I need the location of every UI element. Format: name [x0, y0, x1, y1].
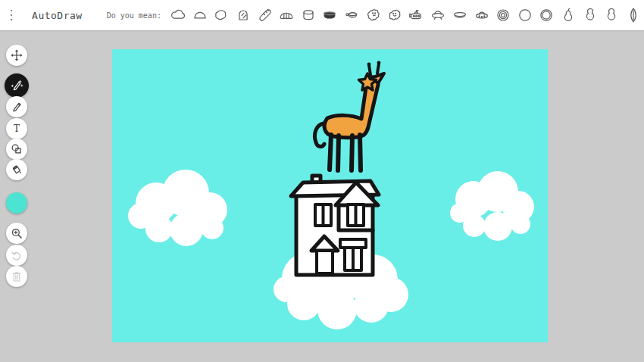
- topbar: AutoDraw Do you mean:: [0, 0, 644, 30]
- text-icon: T: [10, 122, 23, 136]
- baguette-icon: [256, 6, 274, 24]
- tool-fill[interactable]: [6, 159, 27, 180]
- cloud-icon: [169, 6, 187, 24]
- workspace: T: [0, 30, 644, 362]
- bread-roll-icon: [277, 6, 295, 24]
- menu-icon[interactable]: [11, 10, 12, 20]
- peanut-icon: [581, 6, 599, 24]
- cloud-blob-icon: [212, 6, 230, 24]
- cylinder-icon: [299, 6, 317, 24]
- suggestion-cloud-dome[interactable]: [189, 2, 211, 29]
- drawing: [112, 49, 548, 342]
- house-drawing: [291, 176, 379, 275]
- suggestion-surfboard[interactable]: [622, 2, 644, 29]
- suggestion-cloud[interactable]: [167, 2, 189, 29]
- scribble-creature-icon: [364, 6, 383, 24]
- pan-icon: [342, 6, 361, 24]
- suggestion-flying-saucer[interactable]: [449, 2, 471, 29]
- toast-icon: [234, 6, 252, 24]
- suggestion-bread-roll[interactable]: [276, 2, 298, 29]
- giraffe-drawing: [314, 61, 384, 170]
- magic-pencil-icon: [10, 79, 23, 92]
- suggestion-cloud-blob[interactable]: [211, 2, 233, 29]
- suggestion-circle[interactable]: [514, 2, 536, 29]
- spaceship-icon: [473, 6, 491, 24]
- pencil-icon: [10, 100, 23, 114]
- suggestion-spaceship[interactable]: [470, 2, 492, 29]
- pear-icon: [559, 6, 577, 24]
- move-icon: [10, 48, 23, 62]
- cloud-left-drawing: [128, 170, 227, 246]
- app-title: AutoDraw: [32, 10, 83, 21]
- flying-saucer-icon: [451, 6, 469, 24]
- fill-icon: [10, 163, 23, 176]
- suggestion-scribble-creature[interactable]: [362, 2, 384, 29]
- suggestion-submarine[interactable]: [405, 2, 427, 29]
- suggestion-peanut-outline[interactable]: [601, 2, 623, 29]
- ring-icon: [537, 6, 555, 24]
- suggestion-ring[interactable]: [536, 2, 558, 29]
- shapes-icon: [10, 142, 23, 156]
- undo-icon: [10, 248, 23, 262]
- tool-select[interactable]: [6, 45, 27, 66]
- cloud-dome-icon: [191, 6, 209, 24]
- tool-zoom[interactable]: [6, 223, 27, 244]
- peanut-outline-icon: [602, 6, 621, 24]
- tool-shape[interactable]: [6, 139, 27, 160]
- suggestion-toast[interactable]: [233, 2, 255, 29]
- tool-type[interactable]: T: [6, 118, 27, 139]
- surfboard-icon: [624, 6, 642, 24]
- drawing-canvas[interactable]: [112, 49, 548, 342]
- suggestion-baguette[interactable]: [254, 2, 276, 29]
- tool-autodraw[interactable]: [5, 73, 29, 98]
- suggestion-bar: [167, 2, 644, 29]
- circle-icon: [516, 6, 534, 24]
- tool-delete[interactable]: [6, 266, 27, 287]
- suggestion-ufo[interactable]: [427, 2, 449, 29]
- suggestion-peanut[interactable]: [579, 2, 601, 29]
- donut-icon: [494, 6, 512, 24]
- suggestion-pot[interactable]: [319, 2, 341, 29]
- suggestion-cylinder[interactable]: [298, 2, 320, 29]
- suggestion-pear[interactable]: [558, 2, 580, 29]
- tool-undo[interactable]: [6, 245, 27, 266]
- svg-text:T: T: [14, 123, 20, 134]
- magnifier-icon: [10, 226, 23, 240]
- trash-icon: [10, 270, 23, 283]
- pot-icon: [320, 6, 339, 24]
- scribble-creature-2-icon: [386, 6, 404, 24]
- cloud-right-drawing: [450, 171, 534, 241]
- ufo-icon: [429, 6, 447, 24]
- tool-color[interactable]: [6, 192, 27, 214]
- suggestion-prompt: Do you mean:: [107, 11, 161, 20]
- suggestion-donut[interactable]: [492, 2, 514, 29]
- tool-draw[interactable]: [6, 96, 27, 117]
- suggestion-scribble-creature-2[interactable]: [384, 2, 406, 29]
- suggestion-pan[interactable]: [341, 2, 363, 29]
- submarine-icon: [408, 6, 426, 24]
